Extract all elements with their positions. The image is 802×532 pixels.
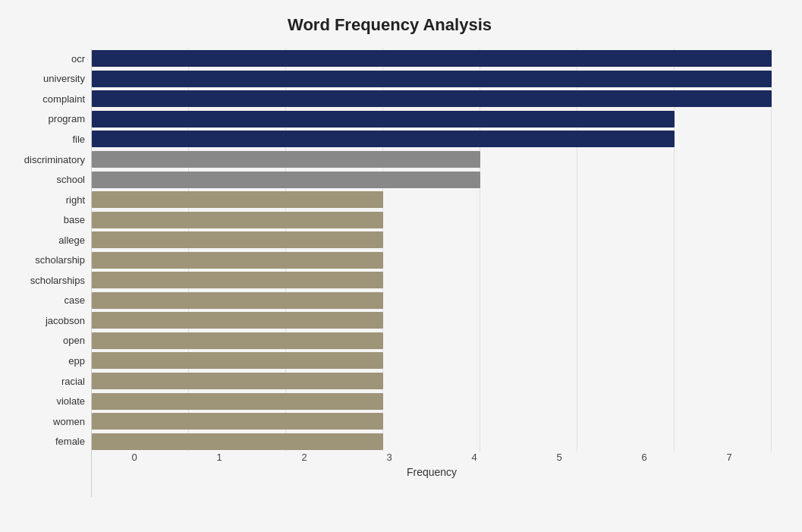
bar (92, 252, 383, 269)
y-label: complaint (42, 89, 85, 109)
y-label: women (53, 411, 85, 432)
bar (92, 71, 772, 87)
y-label: female (55, 431, 85, 452)
x-tick: 5 (517, 452, 602, 463)
bar-row (92, 209, 772, 230)
y-label: right (66, 190, 85, 210)
y-label: school (56, 169, 85, 190)
y-label: scholarship (35, 250, 85, 270)
bar-row (92, 250, 772, 270)
bar-row (92, 391, 772, 411)
bar (92, 312, 383, 329)
plot-area (91, 49, 772, 452)
bar (92, 433, 383, 450)
bar-row (92, 351, 772, 371)
x-tick: 0 (92, 452, 177, 463)
bar-row (92, 190, 772, 210)
bar-row (92, 310, 772, 331)
y-label: case (64, 291, 85, 311)
bar-row (92, 230, 772, 250)
x-axis-ticks: 01234567 Frequency (91, 452, 772, 497)
y-label: ocr (71, 49, 85, 69)
bar-row (92, 89, 772, 109)
bar (92, 90, 772, 107)
y-label: scholarships (30, 270, 85, 291)
chart-title: Word Frequency Analysis (8, 15, 772, 35)
bar-row (92, 270, 772, 291)
y-axis: ocruniversitycomplaintprogramfilediscrim… (8, 49, 91, 452)
bar (92, 151, 480, 168)
y-label: violate (56, 391, 85, 411)
x-tick: 4 (432, 452, 517, 463)
y-label: epp (68, 351, 85, 371)
bar (92, 272, 383, 288)
bar-row (92, 431, 772, 452)
bar-row (92, 331, 772, 351)
bar-row (92, 69, 772, 90)
y-label: program (49, 109, 85, 130)
y-label: discriminatory (24, 150, 85, 170)
y-label: open (63, 331, 85, 351)
bar (92, 373, 383, 389)
y-label: jacobson (46, 310, 85, 331)
x-axis-label: Frequency (92, 466, 772, 478)
x-axis-section: 01234567 Frequency (8, 452, 772, 497)
bar (92, 413, 383, 430)
bar (92, 212, 383, 228)
x-tick: 1 (177, 452, 262, 463)
bar (92, 231, 383, 248)
bar-row (92, 291, 772, 311)
bar (92, 191, 383, 208)
bar-row (92, 411, 772, 432)
x-tick: 6 (602, 452, 687, 463)
y-label: university (43, 69, 85, 90)
bar-row (92, 371, 772, 392)
x-tick: 3 (347, 452, 432, 463)
x-tick: 7 (687, 452, 772, 463)
bar (92, 332, 383, 349)
bar (92, 131, 675, 147)
bar (92, 292, 383, 309)
x-tick: 2 (262, 452, 347, 463)
y-label: allege (58, 230, 85, 250)
bar (92, 50, 772, 67)
bar (92, 172, 480, 188)
y-label: file (72, 129, 85, 150)
bar (92, 393, 383, 410)
bar (92, 111, 675, 127)
bar-row (92, 49, 772, 69)
y-label: racial (61, 371, 85, 392)
y-label: base (64, 209, 85, 230)
bar-row (92, 150, 772, 170)
bar-row (92, 129, 772, 150)
chart-container: Word Frequency Analysis ocruniversitycom… (0, 0, 802, 532)
bar (92, 352, 383, 369)
bar-row (92, 169, 772, 190)
bar-row (92, 109, 772, 130)
